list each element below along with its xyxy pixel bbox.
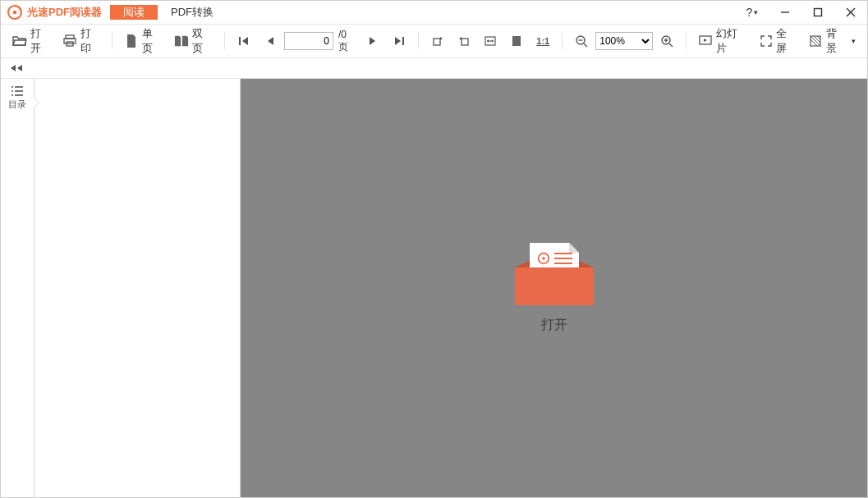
svg-point-1 — [13, 11, 17, 15]
zoom-select[interactable]: 100% — [595, 32, 653, 50]
minimize-icon — [780, 7, 790, 17]
sidebar-notch-icon — [34, 97, 39, 108]
svg-marker-12 — [370, 37, 375, 45]
rotate-left-button[interactable] — [452, 30, 476, 52]
print-button[interactable]: 打印 — [57, 30, 106, 52]
svg-marker-19 — [487, 39, 489, 43]
open-envelope-icon — [515, 243, 594, 305]
svg-rect-7 — [64, 39, 76, 43]
actual-size-icon: 1:1 — [535, 34, 550, 48]
app-window: 光速PDF阅读器 阅读 PDF转换 ?▾ 打开 — [0, 0, 868, 498]
sidebar: 目录 — [1, 79, 34, 497]
double-page-label: 双页 — [192, 26, 213, 56]
first-page-button[interactable] — [232, 30, 256, 52]
svg-rect-21 — [512, 36, 521, 46]
help-button[interactable]: ?▾ — [736, 1, 769, 24]
open-file-target[interactable]: 打开 — [515, 243, 594, 334]
svg-marker-13 — [395, 37, 401, 45]
maximize-icon — [813, 7, 823, 17]
svg-point-45 — [542, 257, 545, 260]
titlebar: 光速PDF阅读器 阅读 PDF转换 ?▾ — [1, 1, 867, 25]
chevron-down-icon: ▾ — [754, 8, 758, 16]
single-page-label: 单页 — [142, 26, 163, 56]
svg-rect-3 — [815, 9, 822, 16]
first-page-icon — [237, 34, 251, 48]
print-icon — [62, 34, 77, 48]
actual-size-button[interactable]: 1:1 — [530, 30, 555, 52]
next-page-icon — [365, 34, 380, 48]
slideshow-label: 幻灯片 — [716, 26, 746, 56]
fit-width-button[interactable] — [478, 30, 503, 52]
fit-width-icon — [483, 34, 498, 48]
open-target-label: 打开 — [541, 317, 567, 334]
toc-icon — [10, 85, 25, 97]
fullscreen-button[interactable]: 全屏 — [754, 30, 802, 52]
single-page-button[interactable]: 单页 — [119, 30, 168, 52]
body: 目录 打开 — [1, 79, 867, 497]
svg-line-32 — [811, 39, 817, 46]
page-number-input[interactable] — [284, 32, 333, 50]
svg-rect-9 — [239, 37, 241, 45]
app-title: 光速PDF阅读器 — [27, 5, 110, 20]
close-icon — [846, 7, 856, 17]
open-button[interactable]: 打开 — [7, 30, 56, 52]
next-page-button[interactable] — [361, 30, 385, 52]
background-icon — [809, 34, 823, 48]
fit-page-icon — [509, 34, 524, 48]
zoom-out-icon — [574, 34, 589, 48]
svg-rect-14 — [402, 37, 404, 45]
svg-marker-20 — [492, 39, 494, 43]
single-page-icon — [124, 34, 138, 48]
open-label: 打开 — [30, 26, 51, 56]
double-page-button[interactable]: 双页 — [169, 30, 218, 52]
double-arrow-left-icon — [9, 64, 29, 72]
folder-open-icon — [12, 34, 27, 48]
rotate-right-button[interactable] — [425, 30, 450, 52]
help-icon: ? — [746, 6, 753, 19]
slideshow-icon — [698, 34, 713, 48]
fullscreen-label: 全屏 — [776, 26, 797, 56]
svg-line-34 — [814, 36, 820, 43]
close-button[interactable] — [834, 1, 867, 24]
toc-label: 目录 — [8, 98, 26, 111]
zoom-in-button[interactable] — [654, 30, 679, 52]
svg-marker-36 — [11, 65, 16, 71]
double-page-icon — [174, 34, 189, 48]
svg-line-26 — [669, 43, 673, 47]
svg-line-23 — [584, 43, 587, 47]
document-list-panel — [34, 79, 241, 497]
toolbar: 打开 打印 单页 双页 — [1, 25, 867, 58]
maximize-button[interactable] — [801, 1, 834, 24]
app-logo-icon — [6, 3, 24, 21]
collapse-toolbar-button[interactable] — [9, 64, 29, 72]
svg-rect-15 — [434, 39, 440, 45]
background-button[interactable]: 背景 ▾ — [804, 30, 861, 52]
page-total-label: /0页 — [335, 29, 359, 54]
print-label: 打印 — [80, 26, 101, 56]
background-label: 背景 — [826, 26, 847, 56]
window-controls: ?▾ — [736, 1, 867, 24]
rotate-left-icon — [457, 34, 471, 48]
svg-rect-16 — [462, 39, 468, 45]
fullscreen-icon — [759, 34, 773, 48]
secondary-bar — [1, 58, 867, 79]
svg-marker-11 — [268, 37, 273, 45]
tab-read[interactable]: 阅读 — [110, 5, 158, 20]
tab-convert[interactable]: PDF转换 — [158, 5, 227, 20]
zoom-out-button[interactable] — [569, 30, 594, 52]
document-canvas: 打开 — [241, 79, 867, 497]
svg-marker-37 — [17, 65, 22, 71]
last-page-icon — [392, 34, 406, 48]
svg-marker-30 — [704, 39, 707, 42]
svg-marker-10 — [242, 37, 248, 45]
fit-page-button[interactable] — [504, 30, 529, 52]
zoom-in-icon — [659, 34, 674, 48]
prev-page-button[interactable] — [258, 30, 282, 52]
minimize-button[interactable] — [769, 1, 801, 24]
last-page-button[interactable] — [387, 30, 411, 52]
sidebar-tab-toc[interactable]: 目录 — [8, 85, 26, 111]
slideshow-button[interactable]: 幻灯片 — [693, 30, 751, 52]
titlebar-left: 光速PDF阅读器 阅读 PDF转换 — [1, 1, 227, 24]
chevron-down-icon: ▾ — [852, 37, 856, 45]
prev-page-icon — [263, 34, 278, 48]
